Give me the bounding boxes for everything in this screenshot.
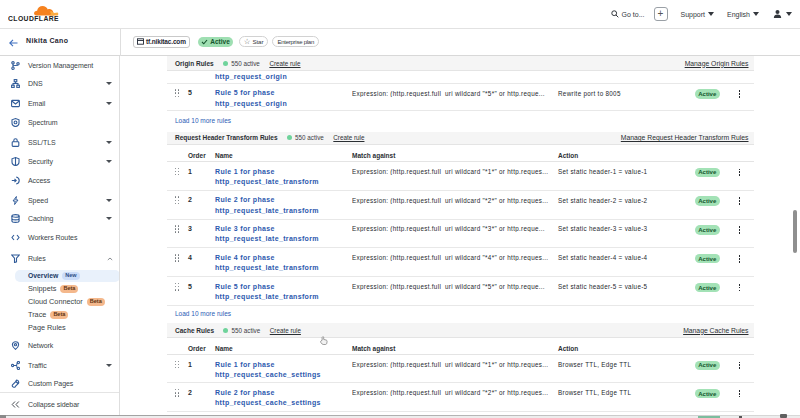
svg-text:CLOUDFLARE: CLOUDFLARE [8,15,59,22]
